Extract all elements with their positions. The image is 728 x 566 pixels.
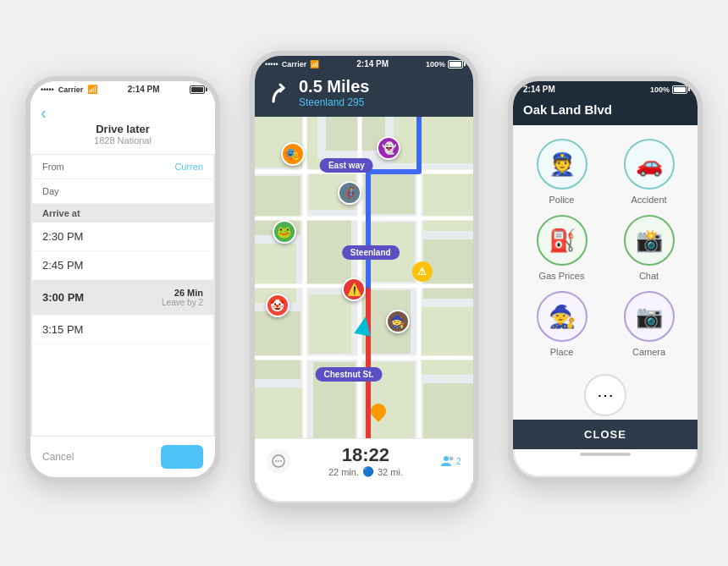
avatar-3: 🦸 bbox=[338, 181, 361, 205]
time-label-230: 2:30 PM bbox=[42, 230, 83, 243]
avatar-4: 🐸 bbox=[273, 220, 296, 244]
phone-center: ••••• Carrier 📶 2:14 PM 100% 0.5 Miles S… bbox=[250, 51, 478, 508]
svg-rect-12 bbox=[255, 311, 301, 379]
from-value: Curren bbox=[174, 162, 203, 172]
nav-distance: 0.5 Miles bbox=[299, 77, 369, 96]
accident-label: Accident bbox=[631, 195, 666, 205]
nav-footer: 18:22 22 min. 🔵 32 mi. 2 bbox=[255, 438, 473, 482]
avatar-5: 🤡 bbox=[266, 294, 290, 317]
gas-emoji: ⛽ bbox=[549, 228, 576, 254]
camera-icon-circle: 📷 bbox=[624, 291, 675, 342]
nav-info: 0.5 Miles Steenland 295 bbox=[299, 77, 369, 108]
svg-rect-7 bbox=[423, 172, 473, 231]
svg-point-31 bbox=[444, 456, 449, 461]
svg-rect-6 bbox=[364, 172, 415, 214]
battery-right: 100% bbox=[650, 85, 687, 94]
nav-street: Steenland 295 bbox=[299, 96, 369, 108]
home-indicator bbox=[580, 453, 631, 456]
place-label: Place bbox=[550, 347, 574, 357]
avatar-6: 🧙 bbox=[386, 310, 410, 333]
police-label: Police bbox=[549, 195, 575, 205]
report-accident[interactable]: 🚗 Accident bbox=[610, 139, 687, 205]
turn-icon bbox=[265, 80, 292, 107]
accident-emoji: 🚗 bbox=[636, 151, 663, 178]
time-left: 2:14 PM bbox=[128, 85, 160, 94]
confirm-button[interactable] bbox=[161, 445, 203, 469]
report-gas[interactable]: ⛽ Gas Prices bbox=[523, 215, 600, 281]
report-grid: 👮 Police 🚗 Accident ⛽ Gas Prices bbox=[513, 125, 698, 371]
report-place[interactable]: 🧙 Place bbox=[523, 291, 600, 357]
report-police[interactable]: 👮 Police bbox=[523, 139, 600, 205]
place-emoji: 🧙 bbox=[549, 304, 576, 330]
gas-icon-circle: ⛽ bbox=[537, 215, 587, 266]
warning-icon: ⚠ bbox=[412, 261, 433, 282]
svg-rect-3 bbox=[394, 117, 473, 163]
hazard-icon: ⚠️ bbox=[342, 278, 366, 301]
cancel-button[interactable]: Cancel bbox=[42, 451, 74, 463]
report-camera[interactable]: 📷 Camera bbox=[610, 291, 687, 357]
status-bar-left: ••••• Carrier 📶 2:14 PM bbox=[30, 81, 215, 97]
phone-right: 2:14 PM 100% Oak Land Blvd 👮 Police 🚗 bbox=[508, 76, 703, 482]
svg-rect-19 bbox=[423, 383, 473, 438]
steenland-label: Steenland bbox=[342, 245, 400, 260]
from-row: From Curren bbox=[30, 155, 215, 179]
time-label-300: 3:00 PM bbox=[42, 291, 84, 304]
place-icon-circle: 🧙 bbox=[537, 291, 587, 342]
time-label-315: 3:15 PM bbox=[42, 323, 83, 336]
map-area: East way Steenland Chestnut St. 🎭 👻 🦸 🐸 … bbox=[255, 117, 473, 438]
close-bar[interactable]: CLOSE bbox=[513, 420, 698, 449]
time-row-315[interactable]: 3:15 PM bbox=[30, 316, 215, 344]
battery-center: 100% bbox=[426, 60, 463, 69]
police-icon-circle: 👮 bbox=[537, 139, 587, 190]
time-row-245[interactable]: 2:45 PM bbox=[30, 251, 215, 280]
chat-icon-circle: 📸 bbox=[624, 215, 675, 266]
nav-arrow bbox=[354, 315, 374, 336]
police-emoji: 👮 bbox=[549, 151, 576, 178]
svg-point-29 bbox=[278, 460, 279, 462]
arrive-at-header: Arrive at bbox=[30, 204, 215, 223]
chat-emoji: 📸 bbox=[636, 228, 663, 254]
chat-icon-btn[interactable] bbox=[267, 449, 290, 473]
signal-center: ••••• Carrier 📶 bbox=[265, 60, 319, 69]
leave-by: Leave by 2 bbox=[162, 298, 203, 307]
day-row: Day bbox=[30, 179, 215, 204]
svg-point-32 bbox=[449, 456, 453, 460]
phone-left: ••••• Carrier 📶 2:14 PM ‹ Drive later 18… bbox=[25, 76, 220, 482]
chestnut-label: Chestnut St. bbox=[315, 367, 382, 382]
report-chat[interactable]: 📸 Chat bbox=[610, 215, 687, 281]
time-label-245: 2:45 PM bbox=[42, 259, 83, 272]
camera-label: Camera bbox=[632, 347, 665, 357]
users-badge: 2 bbox=[441, 455, 461, 467]
signal-left: ••••• Carrier 📶 bbox=[41, 85, 97, 94]
nav-header: 0.5 Miles Steenland 295 bbox=[255, 72, 473, 117]
right-street-name: Oak Land Blvd bbox=[523, 102, 687, 117]
from-label: From bbox=[42, 162, 64, 172]
status-bar-center: ••••• Carrier 📶 2:14 PM 100% bbox=[255, 56, 473, 72]
svg-rect-15 bbox=[419, 307, 473, 375]
time-right: 2:14 PM bbox=[523, 85, 555, 94]
time-row-300[interactable]: 3:00 PM 26 Min Leave by 2 bbox=[30, 280, 215, 316]
nav-timer: 18:22 bbox=[328, 444, 403, 466]
camera-emoji: 📷 bbox=[636, 304, 663, 330]
svg-rect-16 bbox=[255, 387, 305, 438]
drive-later-title: Drive later bbox=[41, 123, 205, 135]
svg-point-30 bbox=[280, 460, 282, 462]
svg-rect-13 bbox=[309, 294, 351, 354]
day-label: Day bbox=[42, 186, 59, 196]
chat-label: Chat bbox=[639, 271, 659, 281]
drive-later-subtitle: 1828 National bbox=[41, 135, 205, 146]
more-items-hint: ⋯ bbox=[513, 371, 698, 420]
time-row-230[interactable]: 2:30 PM bbox=[30, 223, 215, 251]
close-label: CLOSE bbox=[584, 428, 626, 441]
status-bar-right: 2:14 PM 100% bbox=[513, 81, 698, 97]
battery-left bbox=[190, 85, 205, 94]
back-button[interactable]: ‹ bbox=[41, 102, 205, 123]
phones-container: ••••• Carrier 📶 2:14 PM ‹ Drive later 18… bbox=[0, 0, 728, 566]
left-footer: Cancel bbox=[30, 436, 215, 477]
svg-point-28 bbox=[275, 460, 277, 462]
travel-time: 26 Min bbox=[162, 288, 203, 298]
nav-details: 22 min. 🔵 32 mi. bbox=[328, 466, 403, 477]
gas-label: Gas Prices bbox=[539, 271, 585, 281]
left-header: ‹ Drive later 1828 National bbox=[30, 97, 215, 155]
map-background: East way Steenland Chestnut St. 🎭 👻 🦸 🐸 … bbox=[255, 117, 473, 438]
